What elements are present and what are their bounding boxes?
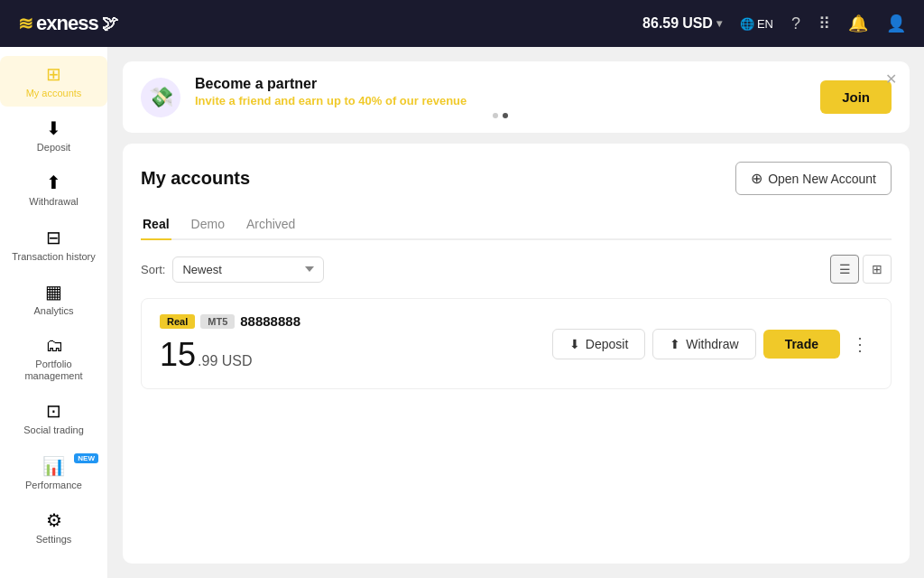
logo: ≋ exness 🕊: [18, 12, 117, 35]
profile-icon[interactable]: 👤: [886, 14, 906, 33]
portfolio-icon: 🗂: [45, 335, 63, 356]
grid-view-button[interactable]: ⊞: [863, 255, 892, 284]
view-toggle: ☰ ⊞: [830, 255, 892, 284]
logo-area: ≋ exness 🕊: [18, 12, 117, 35]
dot-1: [493, 113, 498, 118]
sidebar-item-settings[interactable]: ⚙ Settings: [0, 502, 107, 553]
banner-close-button[interactable]: ✕: [885, 70, 897, 88]
tag-mt5: MT5: [200, 314, 235, 329]
sort-left: Sort: Newest Oldest Balance (High to Low…: [141, 256, 324, 283]
language-selector[interactable]: 🌐 EN: [740, 17, 773, 31]
account-card: Real MT5 88888888 15 .99 USD ⬇: [141, 298, 892, 389]
sidebar-label-analytics: Analytics: [33, 305, 73, 317]
apps-icon[interactable]: ⠿: [818, 14, 830, 33]
account-actions: ⬇ Deposit ⬆ Withdraw Trade ⋮: [552, 329, 873, 359]
banner-subtitle: Invite a friend and earn up to 40% of ou…: [195, 94, 806, 107]
logo-name: exness: [36, 12, 98, 35]
account-tabs: Real Demo Archived: [141, 210, 892, 240]
open-account-label: Open New Account: [768, 172, 876, 186]
deposit-btn-label: Deposit: [586, 337, 628, 351]
withdraw-button[interactable]: ⬆ Withdraw: [652, 329, 755, 359]
sidebar-label-deposit: Deposit: [37, 142, 70, 154]
partner-banner: 💸 Become a partner Invite a friend and e…: [123, 61, 910, 133]
sidebar-item-my-accounts[interactable]: ⊞ My accounts: [0, 56, 107, 107]
analytics-icon: ▦: [45, 281, 62, 303]
account-number: 88888888: [240, 313, 300, 329]
partner-banner-icon: 💸: [141, 78, 180, 117]
deposit-btn-icon: ⬇: [569, 337, 580, 351]
new-badge: NEW: [74, 453, 98, 463]
sidebar-item-portfolio-management[interactable]: 🗂 Portfolio management: [0, 328, 107, 389]
accounts-panel: My accounts ⊕ Open New Account Real Demo…: [123, 144, 910, 564]
more-options-button[interactable]: ⋮: [847, 330, 873, 359]
layout: ⊞ My accounts ⬇ Deposit ⬆ Withdrawal ⊟ T…: [0, 47, 924, 578]
sort-select[interactable]: Newest Oldest Balance (High to Low) Bala…: [172, 256, 324, 283]
dot-2: [503, 113, 508, 118]
performance-icon: 📊: [42, 455, 65, 477]
banner-title: Become a partner: [195, 76, 806, 92]
list-icon: ☰: [839, 262, 851, 276]
sidebar-item-withdrawal[interactable]: ⬆ Withdrawal: [0, 164, 107, 215]
balance-currency: USD: [682, 15, 713, 32]
logo-zigzag-icon: ≋: [18, 13, 32, 34]
sidebar-label-performance: Performance: [25, 480, 82, 491]
deposit-icon: ⬇: [46, 117, 61, 139]
main-content: 💸 Become a partner Invite a friend and e…: [108, 47, 924, 578]
account-tags: Real MT5 88888888: [160, 313, 534, 329]
tab-archived[interactable]: Archived: [245, 210, 297, 240]
globe-icon: 🌐: [740, 17, 754, 31]
sidebar-item-analytics[interactable]: ▦ Analytics: [0, 274, 107, 324]
balance-dropdown-icon: ▾: [716, 17, 722, 30]
account-balance: 15 .99 USD: [160, 336, 534, 374]
sidebar-label-social: Social trading: [23, 424, 84, 436]
social-trading-icon: ⊡: [46, 400, 61, 422]
lang-label: EN: [757, 17, 773, 31]
tag-real: Real: [160, 314, 195, 329]
header: ≋ exness 🕊 86.59 USD ▾ 🌐 EN ? ⠿ 🔔 👤: [0, 0, 924, 47]
header-controls: 86.59 USD ▾ 🌐 EN ? ⠿ 🔔 👤: [642, 14, 906, 33]
sidebar: ⊞ My accounts ⬇ Deposit ⬆ Withdrawal ⊟ T…: [0, 47, 108, 578]
deposit-button[interactable]: ⬇ Deposit: [552, 329, 645, 359]
sidebar-label-withdrawal: Withdrawal: [29, 196, 78, 208]
plus-circle-icon: ⊕: [751, 170, 762, 187]
banner-text: Become a partner Invite a friend and ear…: [195, 76, 806, 118]
list-view-button[interactable]: ☰: [830, 255, 859, 284]
banner-highlight: up to 40%: [327, 94, 382, 107]
balance-integer: 15: [160, 336, 196, 374]
account-info: Real MT5 88888888 15 .99 USD: [160, 313, 534, 374]
balance-display[interactable]: 86.59 USD ▾: [642, 15, 722, 32]
sort-row: Sort: Newest Oldest Balance (High to Low…: [141, 255, 892, 284]
banner-dots: [195, 113, 806, 118]
withdraw-btn-label: Withdraw: [686, 337, 738, 351]
sidebar-label-portfolio: Portfolio management: [9, 359, 98, 382]
my-accounts-icon: ⊞: [46, 63, 61, 85]
sort-label: Sort:: [141, 263, 165, 276]
open-new-account-button[interactable]: ⊕ Open New Account: [735, 162, 892, 195]
accounts-header: My accounts ⊕ Open New Account: [141, 162, 892, 195]
tab-real[interactable]: Real: [141, 210, 171, 240]
grid-icon: ⊞: [872, 262, 882, 276]
sidebar-item-deposit[interactable]: ⬇ Deposit: [0, 110, 107, 161]
balance-value: 86.59: [642, 15, 679, 32]
logo-bird-icon: 🕊: [102, 14, 117, 33]
sidebar-item-social-trading[interactable]: ⊡ Social trading: [0, 393, 107, 443]
accounts-title: My accounts: [141, 168, 250, 189]
balance-currency: USD: [222, 353, 253, 368]
help-icon[interactable]: ?: [791, 14, 800, 33]
sidebar-item-transaction-history[interactable]: ⊟ Transaction history: [0, 219, 107, 270]
sidebar-label-settings: Settings: [36, 534, 72, 545]
sidebar-label-my-accounts: My accounts: [26, 88, 82, 99]
tab-demo[interactable]: Demo: [189, 210, 226, 240]
settings-icon: ⚙: [46, 509, 62, 531]
banner-join-button[interactable]: Join: [820, 80, 892, 114]
withdraw-btn-icon: ⬆: [670, 337, 680, 351]
sidebar-item-performance[interactable]: 📊 Performance NEW: [0, 448, 107, 499]
sidebar-label-transaction: Transaction history: [12, 251, 96, 263]
notifications-icon[interactable]: 🔔: [848, 14, 868, 33]
trade-button[interactable]: Trade: [763, 330, 840, 359]
transaction-icon: ⊟: [46, 227, 61, 248]
withdrawal-icon: ⬆: [46, 172, 61, 193]
balance-decimal: .99 USD: [198, 353, 252, 369]
